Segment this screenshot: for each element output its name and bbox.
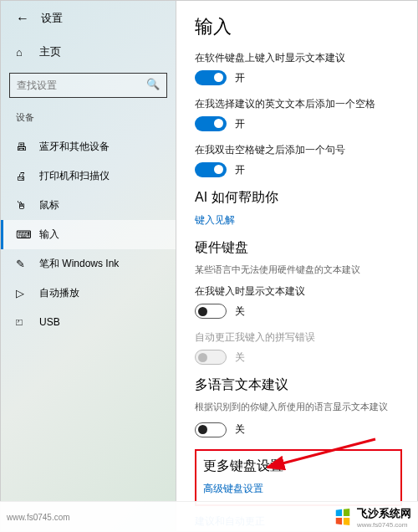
setting-label-0: 在软件键盘上键入时显示文本建议	[195, 51, 402, 65]
setting-label-2: 在我双击空格键之后添加一个句号	[195, 143, 402, 157]
hw-setting2-label: 自动更正我键入的拼写错误	[195, 330, 402, 345]
hw-setting2-state: 关	[235, 350, 245, 365]
ai-link[interactable]: 键入见解	[195, 213, 402, 228]
setting-state-0: 开	[235, 71, 245, 85]
nav-label: 蓝牙和其他设备	[39, 140, 110, 154]
hw-setting1-toggle[interactable]	[195, 304, 227, 319]
nav-item-5[interactable]: ▷自动播放	[1, 279, 176, 308]
setting-state-2: 开	[235, 163, 245, 177]
multilang-desc: 根据识别到的你键入所使用的语言显示文本建议	[195, 401, 402, 413]
nav-icon: ⏍	[16, 315, 28, 328]
setting-toggle-0[interactable]	[195, 70, 227, 85]
home-nav[interactable]: ⌂ 主页	[1, 38, 176, 68]
watermark-brand: 飞沙系统网	[357, 507, 411, 519]
hw-section-title: 硬件键盘	[195, 239, 402, 257]
sidebar-section-header: 设备	[1, 110, 176, 132]
watermark-url: www.fs0745.com	[7, 513, 70, 522]
more-title: 更多键盘设置	[203, 458, 394, 475]
watermark-sub: www.fs0745.com	[357, 521, 411, 529]
nav-icon: ▷	[16, 287, 28, 299]
hw-setting2-toggle	[195, 350, 227, 365]
setting-toggle-1[interactable]	[195, 116, 227, 131]
page-title: 输入	[195, 14, 402, 39]
nav-icon: ✎	[16, 258, 28, 270]
sidebar: ← 设置 ⌂ 主页 🔍 设备 🖷蓝牙和其他设备🖨打印机和扫描仪🖱鼠标⌨输入✎笔和…	[1, 1, 176, 531]
main-panel: 输入 在软件键盘上键入时显示文本建议开在我选择建议的英文文本后添加一个空格开在我…	[176, 1, 417, 531]
search-input[interactable]	[10, 74, 166, 97]
nav-icon: 🖨	[16, 170, 28, 182]
nav-icon: 🖱	[16, 199, 28, 212]
setting-toggle-2[interactable]	[195, 162, 227, 177]
nav-icon: 🖷	[16, 141, 28, 153]
highlight-box: 更多键盘设置 高级键盘设置	[195, 449, 402, 506]
setting-label-1: 在我选择建议的英文文本后添加一个空格	[195, 97, 402, 111]
nav-label: 输入	[39, 228, 59, 242]
ai-section-title: AI 如何帮助你	[195, 189, 402, 207]
nav-item-1[interactable]: 🖨打印机和扫描仪	[1, 161, 176, 191]
setting-state-1: 开	[235, 117, 245, 131]
hw-description: 某些语言中无法使用硬件键盘的文本建议	[195, 263, 402, 276]
nav-item-3[interactable]: ⌨输入	[1, 220, 176, 249]
multilang-state: 关	[235, 422, 245, 437]
hw-setting1-state: 关	[235, 304, 245, 319]
search-icon: 🔍	[146, 78, 160, 90]
home-icon: ⌂	[16, 46, 28, 59]
nav-item-4[interactable]: ✎笔和 Windows Ink	[1, 249, 176, 279]
nav-label: 鼠标	[39, 198, 59, 212]
advanced-keyboard-link[interactable]: 高级键盘设置	[203, 482, 394, 496]
watermark: www.fs0745.com 飞沙系统网 www.fs0745.com	[0, 501, 418, 532]
search-box[interactable]: 🔍	[9, 73, 167, 98]
nav-label: 自动播放	[39, 286, 79, 300]
nav-item-0[interactable]: 🖷蓝牙和其他设备	[1, 132, 176, 161]
nav-item-6[interactable]: ⏍USB	[1, 308, 176, 335]
back-button[interactable]: ←	[16, 11, 29, 26]
hw-setting1-label: 在我键入时显示文本建议	[195, 284, 402, 299]
multilang-title: 多语言文本建议	[195, 376, 402, 394]
home-label: 主页	[39, 44, 61, 59]
multilang-toggle[interactable]	[195, 422, 227, 437]
nav-icon: ⌨	[16, 228, 28, 241]
nav-label: USB	[39, 316, 60, 328]
nav-label: 笔和 Windows Ink	[39, 257, 119, 271]
watermark-logo-icon	[334, 508, 352, 526]
app-title: 设置	[41, 11, 63, 26]
nav-item-2[interactable]: 🖱鼠标	[1, 191, 176, 220]
nav-label: 打印机和扫描仪	[39, 169, 110, 183]
